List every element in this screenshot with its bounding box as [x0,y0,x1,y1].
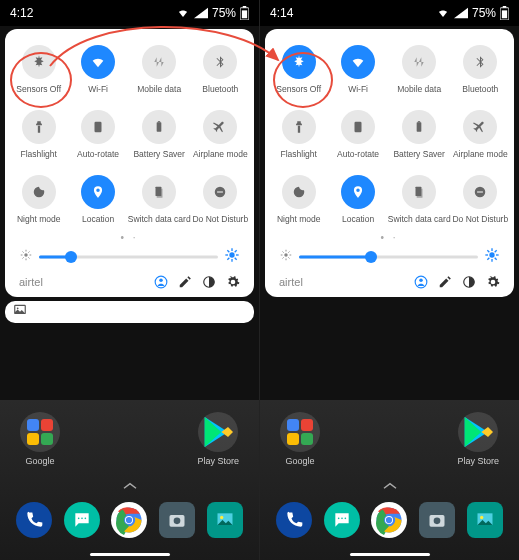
sim-icon [402,175,436,209]
tile-label: Airplane mode [453,149,508,159]
folder-label: Google [25,456,54,466]
svg-point-85 [434,518,441,525]
tile-label: Bluetooth [462,84,498,94]
dock-messages[interactable] [64,502,100,538]
rotate-icon [81,110,115,144]
dock-gallery[interactable] [467,502,503,538]
nav-handle[interactable] [90,553,170,556]
app-drawer-handle[interactable] [260,478,519,496]
svg-line-27 [235,250,237,252]
brightness-high-icon [224,247,240,267]
dock-gallery[interactable] [207,502,243,538]
tile-mobile[interactable]: Mobile data [388,39,451,100]
edit-icon[interactable] [438,275,452,289]
dnd-icon [203,175,237,209]
tile-wifi[interactable]: Wi-Fi [328,39,387,100]
tile-flash[interactable]: Flashlight [9,104,68,165]
tile-battery[interactable]: Battery Saver [388,104,451,165]
dock-phone[interactable] [276,502,312,538]
folder-google[interactable]: Google [20,412,60,466]
tile-night[interactable]: Night mode [269,169,328,230]
svg-rect-9 [217,191,223,192]
tile-sim[interactable]: Switch data card [128,169,191,230]
app-drawer-handle[interactable] [0,478,259,496]
notification-card[interactable] [5,301,254,323]
nav-handle[interactable] [350,553,430,556]
tile-airplane[interactable]: Airplane mode [451,104,510,165]
page-indicator: • · [269,232,510,243]
tile-night[interactable]: Night mode [9,169,68,230]
svg-line-70 [495,258,497,260]
svg-point-19 [229,252,234,257]
svg-point-32 [17,307,19,309]
dock-camera[interactable] [419,502,455,538]
brightness-row [269,247,510,267]
battery-pct: 75% [212,6,236,20]
svg-line-17 [23,257,24,258]
battery-icon [142,110,176,144]
tile-location[interactable]: Location [328,169,387,230]
dock-camera[interactable] [159,502,195,538]
svg-line-16 [28,257,29,258]
dnd-icon [463,175,497,209]
folder-playstore[interactable]: Play Store [197,412,239,466]
tile-location[interactable]: Location [68,169,127,230]
svg-point-76 [338,518,340,520]
dock-chrome[interactable] [371,502,407,538]
brightness-slider[interactable] [39,249,218,265]
svg-point-33 [78,518,80,520]
tile-mobile[interactable]: Mobile data [128,39,191,100]
sensors-icon [282,45,316,79]
quick-settings-panel: Sensors Off Wi-Fi Mobile data Bluetooth … [265,29,514,297]
tile-dnd[interactable]: Do Not Disturb [191,169,250,230]
dock-phone[interactable] [16,502,52,538]
folder-google[interactable]: Google [280,412,320,466]
tile-label: Location [342,214,374,224]
user-icon[interactable] [414,275,428,289]
dock [0,496,259,552]
tile-wifi[interactable]: Wi-Fi [68,39,127,100]
dock-messages[interactable] [324,502,360,538]
theme-icon[interactable] [462,275,476,289]
mobile-icon [402,45,436,79]
tile-label: Airplane mode [193,149,248,159]
bt-icon [203,45,237,79]
edit-icon[interactable] [178,275,192,289]
settings-icon[interactable] [226,275,240,289]
svg-point-10 [24,253,28,257]
tile-label: Do Not Disturb [452,214,508,224]
mobile-icon [142,45,176,79]
tile-rotate[interactable]: Auto-rotate [68,104,127,165]
tile-label: Flashlight [20,149,56,159]
status-bar: 4:12 75% [0,0,259,26]
folder-playstore[interactable]: Play Store [457,412,499,466]
tile-dnd[interactable]: Do Not Disturb [451,169,510,230]
user-icon[interactable] [154,275,168,289]
tile-sensors[interactable]: Sensors Off [9,39,68,100]
svg-line-61 [288,257,289,258]
night-icon [22,175,56,209]
battery-icon [402,110,436,144]
brightness-slider[interactable] [299,249,478,265]
settings-icon[interactable] [486,275,500,289]
tile-sim[interactable]: Switch data card [388,169,451,230]
svg-rect-5 [158,121,160,122]
tile-bt[interactable]: Bluetooth [451,39,510,100]
tile-flash[interactable]: Flashlight [269,104,328,165]
svg-point-35 [84,518,86,520]
tile-label: Battery Saver [133,149,185,159]
flash-icon [22,110,56,144]
carrier-label: airtel [279,276,414,288]
tile-battery[interactable]: Battery Saver [128,104,191,165]
tile-rotate[interactable]: Auto-rotate [328,104,387,165]
folder-label: Play Store [457,456,499,466]
screenshot-icon [13,303,27,321]
tile-sensors[interactable]: Sensors Off [269,39,328,100]
svg-rect-49 [417,122,422,131]
tile-label: Mobile data [137,84,181,94]
tile-airplane[interactable]: Airplane mode [191,104,250,165]
dock-chrome[interactable] [111,502,147,538]
home-screen: Google Play Store [260,400,519,560]
theme-icon[interactable] [202,275,216,289]
tile-bt[interactable]: Bluetooth [191,39,250,100]
